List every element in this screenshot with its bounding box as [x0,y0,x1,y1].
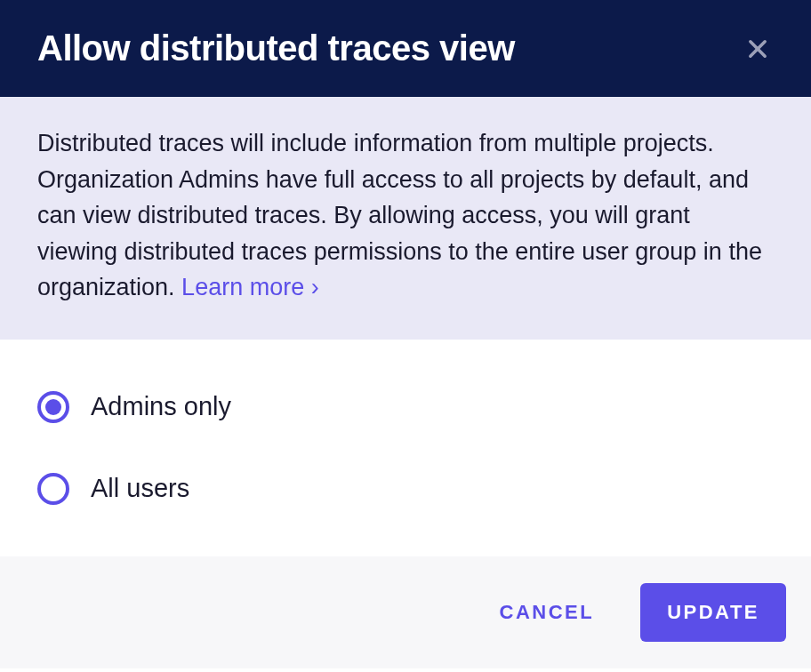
modal-title: Allow distributed traces view [37,28,515,68]
close-icon [745,36,770,61]
close-button[interactable] [742,33,774,65]
radio-option-all-users[interactable]: All users [37,473,774,505]
radio-indicator [37,473,69,505]
modal-body: Admins only All users [0,340,811,556]
modal-description: Distributed traces will include informat… [0,97,811,340]
modal-dialog: Allow distributed traces view Distribute… [0,0,811,668]
radio-label: All users [91,474,189,503]
cancel-button[interactable]: CANCEL [489,594,606,631]
radio-indicator [37,391,69,423]
modal-footer: CANCEL UPDATE [0,556,811,668]
radio-group: Admins only All users [37,391,774,505]
description-text: Distributed traces will include informat… [37,125,774,306]
description-body: Distributed traces will include informat… [37,130,762,300]
radio-option-admins-only[interactable]: Admins only [37,391,774,423]
update-button[interactable]: UPDATE [640,583,786,642]
radio-label: Admins only [91,392,231,421]
modal-header: Allow distributed traces view [0,0,811,97]
learn-more-link[interactable]: Learn more › [181,274,319,300]
